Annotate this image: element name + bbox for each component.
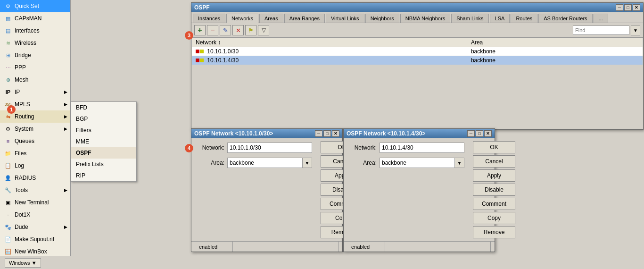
net1-titlebar-controls: ─ □ ✕ — [315, 130, 339, 137]
network2-input[interactable] — [380, 143, 464, 153]
area-dropdown-arrow[interactable]: ▼ — [303, 158, 312, 168]
ospf-net1-body: Network: Area: ▼ OK Cancel Apply Disable… — [191, 138, 342, 241]
area2-dropdown-arrow[interactable]: ▼ — [455, 158, 464, 168]
ospf-net2-status-bar: enabled — [344, 241, 495, 252]
area-input[interactable] — [227, 158, 303, 168]
sidebar-item-dude[interactable]: 🐾 Dude — [0, 221, 70, 233]
tab-virtual-links[interactable]: Virtual Links — [326, 14, 364, 23]
net1-minimize-button[interactable]: ─ — [315, 130, 322, 137]
tab-area-ranges[interactable]: Area Ranges — [284, 14, 325, 23]
mesh-icon: ⊛ — [4, 76, 12, 84]
tab-instances[interactable]: Instances — [193, 14, 225, 23]
circle-label-4: 4 — [185, 144, 193, 152]
area2-input[interactable] — [380, 158, 455, 168]
sidebar-item-capsman[interactable]: ▦ CAPsMAN — [0, 12, 70, 25]
capsman-icon: ▦ — [4, 14, 12, 23]
tab-nbma-neighbors[interactable]: NBMA Neighbors — [400, 14, 450, 23]
disable2-button[interactable]: Disable — [473, 184, 515, 196]
col-area[interactable]: Area — [467, 38, 643, 47]
network-table: Network ↕ Area 10.10.1.0/30 backbone — [191, 38, 643, 65]
circle-label-1: 1 — [7, 105, 16, 114]
ospf-net2-form: Network: Area: ▼ — [344, 138, 469, 241]
sidebar-item-tools[interactable]: 🔧 Tools — [0, 184, 70, 196]
tab-networks[interactable]: Networks — [226, 14, 258, 23]
sidebar-item-system[interactable]: ⚙ System — [0, 123, 70, 135]
ospf-net2-titlebar: OSPF Network <10.10.1.4/30> ─ □ ✕ — [344, 129, 495, 138]
ospf-main-window: OSPF ─ □ ✕ Instances Networks Areas Area… — [191, 2, 644, 130]
new-winbox-icon: 🪟 — [4, 247, 12, 256]
minimize-button[interactable]: ─ — [616, 4, 623, 11]
tab-routes[interactable]: Routes — [511, 14, 537, 23]
sidebar-item-interfaces[interactable]: ▤ Interfaces — [0, 25, 70, 37]
tab-areas[interactable]: Areas — [259, 14, 283, 23]
network-input[interactable] — [227, 143, 312, 153]
sidebar-item-ppp[interactable]: ⋯ PPP — [0, 61, 70, 74]
sidebar-item-log[interactable]: 📋 Log — [0, 160, 70, 172]
tab-more[interactable]: ... — [594, 14, 608, 23]
add-button[interactable]: + — [194, 25, 206, 35]
sidebar-item-bridge[interactable]: ⊞ Bridge — [0, 49, 70, 61]
network-label: Network: — [196, 144, 224, 151]
sidebar-item-radius[interactable]: 👤 RADIUS — [0, 172, 70, 184]
status-extra — [233, 242, 339, 252]
comment2-button[interactable]: Comment — [473, 198, 515, 210]
submenu-ospf[interactable]: OSPF — [71, 147, 136, 159]
area2-label: Area: — [348, 160, 377, 166]
remove-button[interactable]: − — [207, 25, 218, 35]
tab-lsa[interactable]: LSA — [490, 14, 510, 23]
network-table-container: Network ↕ Area 10.10.1.0/30 backbone — [191, 38, 643, 104]
area-field-row: Area: ▼ — [191, 155, 317, 170]
ospf-net1-titlebar: OSPF Network <10.10.1.0/30> ─ □ ✕ — [191, 129, 342, 138]
net2-close-button[interactable]: ✕ — [484, 130, 492, 137]
cancel2-button[interactable]: Cancel — [473, 155, 515, 168]
edit-button[interactable]: ✎ — [220, 25, 231, 35]
net2-minimize-button[interactable]: ─ — [467, 130, 475, 137]
find-input[interactable] — [573, 25, 629, 35]
sidebar-item-wireless[interactable]: ≋ Wireless — [0, 37, 70, 49]
submenu-bfd[interactable]: BFD — [71, 102, 136, 113]
sidebar-item-mesh[interactable]: ⊛ Mesh — [0, 74, 70, 86]
submenu-filters[interactable]: Filters — [71, 125, 136, 136]
status2-enabled: enabled — [347, 242, 385, 252]
net2-maximize-button[interactable]: □ — [476, 130, 483, 137]
sidebar-item-ip[interactable]: IP IP — [0, 86, 70, 98]
submenu-prefix-lists[interactable]: Prefix Lists — [71, 159, 136, 170]
sidebar: ⚙ Quick Set ▦ CAPsMAN ▤ Interfaces ≋ Wir… — [0, 0, 71, 269]
table-row[interactable]: 10.10.1.4/30 backbone — [192, 56, 643, 65]
net1-maximize-button[interactable]: □ — [323, 130, 331, 137]
sidebar-item-files[interactable]: 📁 Files — [0, 147, 70, 160]
maximize-button[interactable]: □ — [624, 4, 632, 11]
sidebar-item-quick-set[interactable]: ⚙ Quick Set — [0, 0, 70, 12]
remove2-button[interactable]: Remove — [473, 226, 515, 238]
ok2-button[interactable]: OK — [473, 141, 515, 153]
tab-as-border-routers[interactable]: AS Border Routers — [538, 14, 592, 23]
ospf-net2-buttons: OK Cancel Apply Disable Comment Copy Rem… — [469, 138, 519, 241]
windows-item[interactable]: Windows ▼ — [5, 258, 41, 268]
tab-sham-links[interactable]: Sham Links — [451, 14, 488, 23]
sidebar-item-queues[interactable]: ≡ Queues — [0, 135, 70, 147]
ospf-net1-status-bar: enabled — [191, 241, 342, 252]
ip-icon: IP — [4, 88, 12, 96]
submenu-rip[interactable]: RIP — [71, 170, 136, 181]
apply2-button[interactable]: Apply — [473, 169, 515, 182]
submenu-bgp[interactable]: BGP — [71, 113, 136, 125]
filter-button[interactable]: ▽ — [258, 25, 269, 35]
table-row[interactable]: 10.10.1.0/30 backbone — [192, 47, 643, 56]
status2-extra — [385, 242, 491, 252]
sidebar-item-dot1x[interactable]: · Dot1X — [0, 209, 70, 221]
sidebar-item-make-supout[interactable]: 📄 Make Supout.rif — [0, 233, 70, 245]
flag-button[interactable]: ⚑ — [245, 25, 256, 35]
close-button[interactable]: ✕ — [633, 4, 640, 11]
net1-close-button[interactable]: ✕ — [332, 130, 339, 137]
system-icon: ⚙ — [4, 125, 12, 133]
wireless-icon: ≋ — [4, 39, 12, 47]
sidebar-item-new-terminal[interactable]: ▣ New Terminal — [0, 196, 70, 209]
tab-neighbors[interactable]: Neighbors — [365, 14, 399, 23]
col-network[interactable]: Network ↕ — [192, 38, 467, 47]
ospf-net1-form: Network: Area: ▼ — [191, 138, 317, 241]
ospf-net2-title: OSPF Network <10.10.1.4/30> — [347, 130, 425, 137]
submenu-mme[interactable]: MME — [71, 136, 136, 147]
copy2-button[interactable]: Copy — [473, 212, 515, 224]
cancel-button[interactable]: ✕ — [232, 25, 244, 35]
find-dropdown-arrow[interactable]: ▼ — [631, 25, 640, 35]
